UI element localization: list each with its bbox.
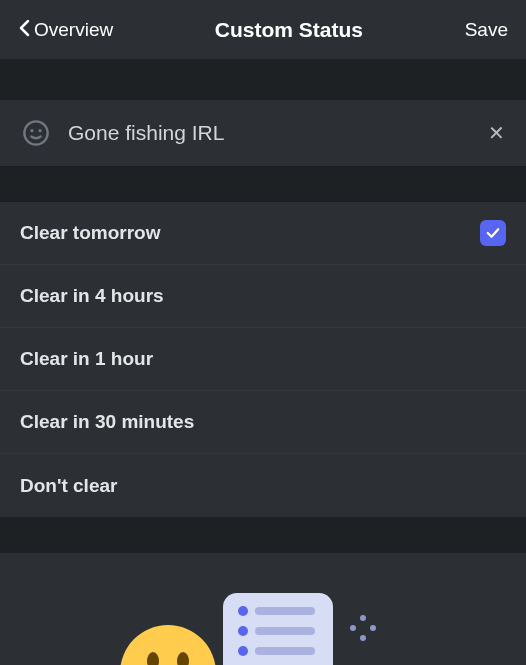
back-button[interactable]: Overview xyxy=(18,19,113,41)
save-button[interactable]: Save xyxy=(465,19,508,41)
svg-point-9 xyxy=(238,626,248,636)
svg-point-0 xyxy=(24,121,47,144)
status-input-row: ✕ xyxy=(0,100,526,166)
svg-rect-10 xyxy=(255,627,315,635)
option-label: Clear tomorrow xyxy=(20,222,160,244)
option-dont-clear[interactable]: Don't clear xyxy=(0,454,526,517)
svg-point-14 xyxy=(360,635,366,641)
svg-point-2 xyxy=(38,129,41,132)
spacer xyxy=(0,166,526,202)
svg-rect-8 xyxy=(255,607,315,615)
smiley-icon xyxy=(22,119,50,147)
chevron-left-icon xyxy=(18,19,30,41)
header-bar: Overview Custom Status Save xyxy=(0,0,526,60)
status-text-input[interactable] xyxy=(68,121,466,145)
option-label: Clear in 4 hours xyxy=(20,285,164,307)
clear-after-options: Clear tomorrow Clear in 4 hours Clear in… xyxy=(0,202,526,517)
option-label: Clear in 30 minutes xyxy=(20,411,194,433)
option-label: Clear in 1 hour xyxy=(20,348,153,370)
svg-point-1 xyxy=(30,129,33,132)
option-clear-1-hour[interactable]: Clear in 1 hour xyxy=(0,328,526,391)
svg-point-3 xyxy=(120,625,216,665)
spacer xyxy=(0,517,526,553)
option-clear-tomorrow[interactable]: Clear tomorrow xyxy=(0,202,526,265)
spacer xyxy=(0,60,526,100)
clear-input-button[interactable]: ✕ xyxy=(484,121,508,145)
svg-point-11 xyxy=(238,646,248,656)
option-clear-30-minutes[interactable]: Clear in 30 minutes xyxy=(0,391,526,454)
svg-point-15 xyxy=(350,625,356,631)
option-label: Don't clear xyxy=(20,475,117,497)
svg-point-16 xyxy=(370,625,376,631)
back-label: Overview xyxy=(34,19,113,41)
checkmark-icon xyxy=(480,220,506,246)
svg-point-7 xyxy=(238,606,248,616)
option-clear-4-hours[interactable]: Clear in 4 hours xyxy=(0,265,526,328)
svg-point-13 xyxy=(360,615,366,621)
emoji-picker-button[interactable] xyxy=(22,119,50,147)
page-title: Custom Status xyxy=(215,18,363,42)
svg-rect-12 xyxy=(255,647,315,655)
decorative-illustration xyxy=(0,553,526,665)
